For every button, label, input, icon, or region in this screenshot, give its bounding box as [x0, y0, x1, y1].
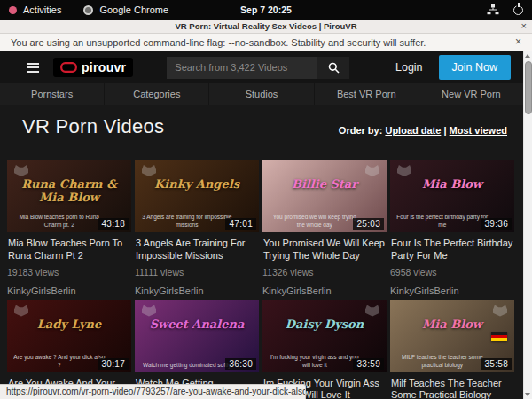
thumb-caption: Watch me getting dominated softly — [141, 362, 233, 370]
network-icon[interactable] — [487, 4, 499, 15]
order-by-separator: | — [443, 125, 446, 136]
video-duration-badge: 36:30 — [225, 358, 256, 370]
video-studio-link[interactable]: KinkyGirlsBerlin — [390, 286, 514, 296]
scrollbar-down-arrow-icon[interactable] — [525, 393, 530, 396]
thumb-overlay-title: Mia Blow — [390, 318, 514, 331]
activities-button[interactable]: Activities — [23, 4, 61, 15]
video-card: Kinky Angels 3 Angels are training for i… — [135, 160, 259, 296]
video-duration-badge: 47:01 — [225, 218, 256, 230]
video-thumbnail[interactable]: Mia Blow Four is the perfect birthday pa… — [390, 160, 514, 232]
video-duration-badge: 35:58 — [481, 358, 512, 370]
video-card: Mia Blow MILF teaches the teacher some p… — [390, 300, 514, 399]
thumb-caption: You promised we will keep trying the who… — [269, 214, 361, 230]
browser-viewport: pirouvr Login Join Now Pornstars Categor… — [0, 51, 532, 399]
system-top-bar: Activities Google Chrome Sep 7 20:25 — [0, 0, 532, 20]
video-card: Mia Blow Four is the perfect birthday pa… — [390, 160, 514, 296]
scrollbar-thumb[interactable] — [525, 61, 532, 114]
video-duration-badge: 25:03 — [353, 218, 384, 230]
warning-message: You are using an unsupported command-lin… — [11, 37, 426, 48]
order-by-upload-date-link[interactable]: Upload date — [385, 125, 441, 136]
video-thumbnail[interactable]: Daisy Dyson I'm fucking your virgin ass … — [262, 300, 387, 372]
video-thumbnail[interactable]: Lady Lyne Are you awake ? And your dick … — [7, 300, 131, 372]
studio-cat-watermark-icon — [14, 165, 28, 176]
studio-cat-watermark-icon — [397, 165, 411, 176]
video-thumbnail[interactable]: Runa Charm & Mia Blow Mia Blow teaches p… — [7, 160, 131, 232]
video-studio-link[interactable]: KinkyGirlsBerlin — [7, 286, 131, 296]
scrollbar-up-arrow-icon[interactable] — [525, 54, 530, 58]
hamburger-menu-icon[interactable] — [27, 63, 39, 73]
video-grid: Runa Charm & Mia Blow Mia Blow teaches p… — [0, 160, 523, 399]
warning-close-icon[interactable]: × — [515, 35, 521, 48]
chrome-app-icon — [83, 5, 93, 15]
video-title-link[interactable]: Mia Blow Teaches Porn To Runa Charm Pt 2 — [8, 238, 130, 262]
video-duration-badge: 33:59 — [353, 358, 384, 370]
video-title-link[interactable]: Four Is The Perfect Birthday Party For M… — [391, 238, 513, 262]
app-menu-button[interactable]: Google Chrome — [99, 4, 168, 15]
nav-item-studios[interactable]: Studios — [208, 83, 313, 105]
video-title-link[interactable]: Milf Teaches The Teacher Some Practical … — [391, 378, 513, 399]
search-button[interactable] — [317, 57, 349, 79]
video-thumbnail[interactable]: Mia Blow MILF teaches the teacher some p… — [390, 300, 514, 372]
vr-headset-icon — [60, 62, 77, 73]
site-header: pirouvr Login Join Now — [0, 51, 523, 83]
video-views: 11326 views — [262, 267, 387, 278]
german-flag-icon — [491, 332, 507, 341]
activities-indicator-icon — [9, 6, 17, 14]
page-title: VR Porn Videos — [22, 115, 164, 138]
video-thumbnail[interactable]: Kinky Angels 3 Angels are training for i… — [135, 160, 259, 232]
thumb-caption: 3 Angels are training for impossible mis… — [141, 214, 233, 230]
search-icon — [328, 62, 340, 74]
thumb-caption: Are you awake ? And your dick also ? — [13, 354, 106, 370]
thumb-overlay-title: Billie Star — [262, 178, 387, 191]
video-views: 19183 views — [7, 267, 131, 278]
video-title-link[interactable]: 3 Angels Are Training For Impossible Mis… — [136, 238, 258, 262]
site-logo-text: pirouvr — [82, 61, 126, 74]
video-thumbnail[interactable]: Sweet Analena Watch me getting dominated… — [135, 300, 259, 372]
nav-item-categories[interactable]: Categories — [104, 83, 208, 105]
thumb-overlay-title: Kinky Angels — [135, 178, 259, 191]
join-now-button[interactable]: Join Now — [439, 55, 511, 80]
nav-item-new-vr-porn[interactable]: New VR Porn — [419, 83, 523, 105]
window-title-bar: VR Porn: Virtual Reality Sex Videos | Pi… — [0, 20, 532, 34]
thumb-caption: MILF teaches the teacher some practical … — [396, 354, 489, 370]
order-by-label: Order by: — [339, 125, 383, 136]
thumb-overlay-title: Daisy Dyson — [262, 318, 387, 331]
scrollbar[interactable] — [523, 51, 532, 399]
order-by-most-viewed-link[interactable]: Most viewed — [450, 125, 507, 136]
window-title: VR Porn: Virtual Reality Sex Videos | Pi… — [175, 21, 356, 31]
studio-cat-watermark-icon — [142, 165, 156, 176]
thumb-overlay-title: Mia Blow — [390, 178, 514, 191]
thumb-caption: Mia Blow teaches porn to Runa Charm pt. … — [13, 214, 106, 230]
chrome-warning-bar: You are using an unsupported command-lin… — [0, 34, 532, 51]
video-card: Billie Star You promised we will keep tr… — [262, 160, 387, 296]
link-preview-status-bar: https://pirouvr.com/vr-porn-video/779325… — [0, 384, 306, 399]
nav-item-pornstars[interactable]: Pornstars — [0, 83, 104, 105]
video-studio-link[interactable]: KinkyGirlsBerlin — [262, 286, 387, 296]
video-duration-badge: 30:17 — [98, 358, 129, 370]
thumb-overlay-title: Runa Charm & Mia Blow — [7, 178, 131, 204]
clock[interactable]: Sep 7 20:25 — [240, 0, 292, 20]
video-thumbnail[interactable]: Billie Star You promised we will keep tr… — [262, 160, 387, 232]
thumb-overlay-title: Sweet Analena — [135, 318, 259, 331]
login-link[interactable]: Login — [395, 61, 423, 74]
video-views: 6958 views — [390, 267, 514, 278]
order-by-controls: Order by: Upload date | Most viewed — [339, 125, 507, 136]
video-duration-badge: 39:36 — [481, 218, 512, 230]
power-icon[interactable] — [513, 5, 523, 15]
video-duration-badge: 43:18 — [98, 218, 129, 230]
nav-item-best-vr-porn[interactable]: Best VR Porn — [314, 83, 419, 105]
window-close-icon[interactable]: × — [521, 20, 527, 31]
studio-cat-watermark-icon — [365, 305, 379, 317]
search-input[interactable] — [167, 57, 317, 79]
thumb-caption: I'm fucking your virgin ass and you will… — [269, 354, 361, 370]
studio-cat-watermark-icon — [493, 305, 507, 317]
studio-cat-watermark-icon — [142, 305, 156, 317]
video-views: 11111 views — [135, 267, 259, 278]
site-logo[interactable]: pirouvr — [53, 58, 133, 77]
studio-cat-watermark-icon — [365, 165, 379, 176]
video-title-link[interactable]: You Promised We Will Keep Trying The Who… — [263, 238, 386, 262]
thumb-caption: Four is the perfect birthday party for m… — [396, 214, 489, 230]
video-card: Runa Charm & Mia Blow Mia Blow teaches p… — [7, 160, 131, 296]
video-studio-link[interactable]: KinkyGirlsBerlin — [135, 286, 259, 296]
thumb-overlay-title: Lady Lyne — [7, 318, 131, 331]
